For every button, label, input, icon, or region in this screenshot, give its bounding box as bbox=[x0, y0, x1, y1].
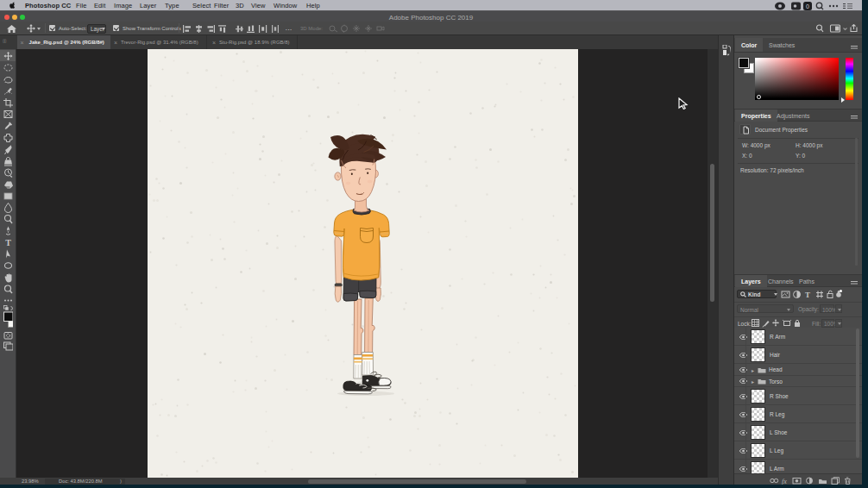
svg-text:fx: fx bbox=[782, 477, 787, 485]
svg-text:T: T bbox=[5, 238, 11, 247]
svg-text:0: 0 bbox=[806, 3, 809, 9]
svg-text:T: T bbox=[805, 291, 810, 299]
